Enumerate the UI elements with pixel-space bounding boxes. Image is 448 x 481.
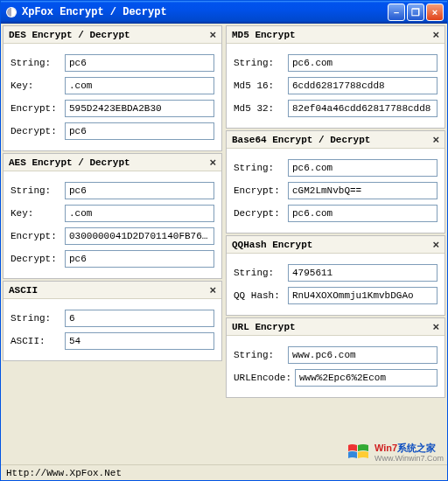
label-string: String: [10,58,65,68]
url-string-input[interactable] [288,346,438,364]
minimize-button[interactable]: – [388,3,405,21]
panel-qqhash: QQHash Encrypt × String: QQ Hash: [226,235,445,316]
ascii-string-input[interactable] [65,310,214,327]
label-encrypt: Encrypt: [10,231,65,241]
label-decrypt: Decrypt: [10,126,65,136]
label-md516: Md5 16: [234,80,288,91]
label-urlencode: URLEncode: [234,373,295,383]
qqhash-value-input[interactable] [288,287,438,304]
label-encrypt: Encrypt: [10,103,65,114]
panel-title: ASCII [9,285,209,296]
md5-32-input[interactable] [288,100,438,117]
statusbar: Http://Www.XpFox.Net [1,464,447,480]
aes-encrypt-input[interactable] [65,227,214,245]
label-string: String: [234,58,288,68]
label-key: Key: [10,208,65,219]
panel-ascii: ASCII × String: ASCII: [3,281,222,361]
panel-header-des: DES Encrypt / Decrypt × [4,26,221,44]
label-decrypt: Decrypt: [10,254,65,264]
window-title: XpFox Encrypt / Decrypt [22,6,388,18]
panel-title: Base64 Encrypt / Decrypt [232,135,432,145]
app-window: XpFox Encrypt / Decrypt – ❐ × DES Encryp… [0,0,448,481]
label-encrypt: Encrypt: [234,185,288,196]
panel-header-md5: MD5 Encrypt × [227,26,444,44]
titlebar[interactable]: XpFox Encrypt / Decrypt – ❐ × [1,1,447,24]
base64-string-input[interactable] [288,159,438,177]
md5-16-input[interactable] [288,77,438,94]
ascii-value-input[interactable] [65,332,214,350]
label-string: String: [234,268,288,278]
label-decrypt: Decrypt: [234,208,288,219]
close-button[interactable]: × [426,3,444,21]
des-string-input[interactable] [65,54,214,72]
client-area: DES Encrypt / Decrypt × String: Key: Enc… [1,24,447,464]
left-column: DES Encrypt / Decrypt × String: Key: Enc… [1,24,224,464]
label-string: String: [234,163,288,173]
panel-header-qqhash: QQHash Encrypt × [227,236,444,254]
des-key-input[interactable] [65,77,214,94]
des-decrypt-input[interactable] [65,122,214,140]
panel-close-icon[interactable]: × [209,156,216,169]
label-md532: Md5 32: [234,103,288,114]
base64-decrypt-input[interactable] [288,205,438,222]
maximize-button[interactable]: ❐ [407,3,424,21]
md5-string-input[interactable] [288,54,438,72]
label-string: String: [10,313,65,324]
panel-base64: Base64 Encrypt / Decrypt × String: Encry… [226,130,445,234]
panel-close-icon[interactable]: × [432,28,439,41]
footer-url: Http://Www.XpFox.Net [6,468,122,478]
label-string: String: [234,350,288,360]
panel-title: QQHash Encrypt [232,240,432,250]
des-encrypt-input[interactable] [65,100,214,117]
panel-header-ascii: ASCII × [4,282,221,299]
aes-decrypt-input[interactable] [65,250,214,268]
label-ascii: ASCII: [10,336,65,346]
panel-title: MD5 Encrypt [232,30,432,40]
aes-string-input[interactable] [65,182,214,199]
url-encode-input[interactable] [295,369,438,387]
panel-des: DES Encrypt / Decrypt × String: Key: Enc… [3,25,222,151]
panel-close-icon[interactable]: × [209,283,216,296]
panel-header-aes: AES Encrypt / Decrypt × [4,154,221,171]
panel-aes: AES Encrypt / Decrypt × String: Key: Enc… [3,153,222,279]
panel-close-icon[interactable]: × [432,133,439,146]
qqhash-string-input[interactable] [288,264,438,282]
window-controls: – ❐ × [388,3,444,21]
label-string: String: [10,185,65,196]
panel-close-icon[interactable]: × [432,320,439,333]
label-qqhash: QQ Hash: [234,290,288,301]
panel-title: URL Encrypt [232,322,432,332]
panel-close-icon[interactable]: × [209,28,216,41]
panel-header-base64: Base64 Encrypt / Decrypt × [227,131,444,149]
aes-key-input[interactable] [65,205,214,222]
panel-title: AES Encrypt / Decrypt [9,157,209,168]
label-key: Key: [10,80,65,91]
panel-title: DES Encrypt / Decrypt [9,30,209,40]
panel-md5: MD5 Encrypt × String: Md5 16: Md5 32: [226,25,445,129]
panel-header-url: URL Encrypt × [227,318,444,336]
panel-url: URL Encrypt × String: URLEncode: [226,317,445,398]
app-icon [4,5,18,19]
panel-close-icon[interactable]: × [432,238,439,251]
right-column: MD5 Encrypt × String: Md5 16: Md5 32: Ba… [224,24,447,464]
base64-encrypt-input[interactable] [288,182,438,199]
